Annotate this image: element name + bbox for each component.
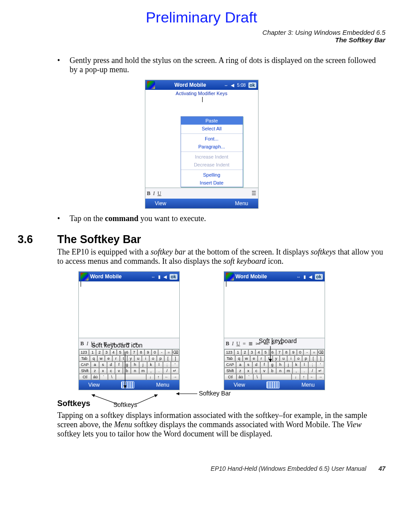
osk-key[interactable]: Ctl [79,374,92,380]
start-icon[interactable] [81,273,89,281]
osk-key[interactable]: áü [237,374,245,380]
osk-key[interactable]: s [99,362,107,368]
osk-key[interactable]: f [115,362,123,368]
osk-key[interactable]: 3 [248,349,255,355]
osk-key[interactable]: , [292,368,300,374]
osk-key[interactable]: Tab [224,355,236,362]
osk-key[interactable]: m [139,368,147,374]
menu-item-insert-date[interactable]: Insert Date [181,179,243,187]
osk-key[interactable] [116,374,146,380]
osk-key[interactable]: ↑ [155,374,163,380]
osk-key[interactable]: e [250,355,258,362]
ok-button[interactable]: ok [248,82,256,88]
osk-key[interactable]: 0 [152,349,159,355]
osk-key[interactable]: 0 [297,349,304,355]
osk-key[interactable]: t [265,355,273,362]
soft-keyboard[interactable]: 1231234567890-=⌫ Tabqwertyuiop[] CAPasdf… [79,349,179,380]
osk-key[interactable]: c [252,368,260,374]
volume-icon[interactable]: ◀ [231,83,234,88]
osk-key[interactable]: 2 [241,349,248,355]
osk-key[interactable]: 4 [110,349,117,355]
osk-key[interactable]: r [112,355,120,362]
osk-key[interactable]: d [107,362,115,368]
osk-key[interactable]: l [155,362,163,368]
bold-button[interactable]: B [147,190,151,197]
osk-key[interactable]: = [165,349,172,355]
osk-key[interactable]: ] [317,355,325,362]
osk-key[interactable]: Shift [224,368,237,374]
start-icon[interactable] [226,273,234,281]
osk-key[interactable]: p [157,355,164,362]
osk-key[interactable]: o [149,355,157,362]
menu-item-font[interactable]: Font... [181,135,243,143]
osk-key[interactable]: \ [108,374,116,380]
osk-key[interactable]: 6 [124,349,131,355]
align-icon[interactable]: ≡ [243,340,246,347]
osk-key[interactable]: n [131,368,139,374]
osk-key[interactable]: a [236,362,244,368]
osk-key[interactable]: j [285,362,292,368]
osk-key[interactable]: q [90,355,97,362]
menu-softkey[interactable]: Menu [301,382,314,388]
osk-key[interactable]: b [268,368,276,374]
signal-icon[interactable]: ▮ [303,274,306,279]
osk-key[interactable]: ; [163,362,171,368]
osk-key[interactable]: Shift [79,368,91,374]
italic-button[interactable]: I [232,340,234,347]
bold-button[interactable]: B [226,340,229,347]
osk-key[interactable]: v [115,368,123,374]
osk-key[interactable]: 5 [117,349,124,355]
osk-key[interactable]: z [236,368,244,374]
osk-key[interactable]: ↵ [171,368,179,374]
osk-key[interactable]: y [127,355,135,362]
osk-key[interactable]: 7 [276,349,283,355]
menu-softkey[interactable]: Menu [156,382,169,388]
osk-key[interactable]: k [292,362,300,368]
osk-key[interactable]: y [273,355,280,362]
view-softkey[interactable]: View [89,382,100,388]
osk-key[interactable]: 123 [79,349,89,355]
osk-key[interactable]: 7 [131,349,138,355]
ok-button[interactable]: ok [315,274,323,280]
osk-key[interactable]: [ [310,355,317,362]
osk-key[interactable]: . [300,368,308,374]
osk-key[interactable]: áü [91,374,100,380]
osk-key[interactable]: - [158,349,165,355]
osk-key[interactable]: x [244,368,252,374]
osk-key[interactable]: r [258,355,265,362]
osk-key[interactable]: v [260,368,268,374]
osk-key[interactable]: g [123,362,131,368]
osk-key[interactable]: 9 [144,349,152,355]
osk-key[interactable]: u [280,355,287,362]
osk-key[interactable]: j [139,362,147,368]
volume-icon[interactable]: ◀ [163,274,167,279]
osk-key[interactable]: k [147,362,155,368]
osk-key[interactable]: q [235,355,243,362]
osk-key[interactable]: m [285,368,292,374]
osk-key[interactable]: h [276,362,284,368]
menu-item-paragraph[interactable]: Paragraph... [181,143,243,151]
osk-key[interactable]: / [308,368,316,374]
osk-key[interactable]: ; [308,362,316,368]
osk-key[interactable]: . [155,368,163,374]
osk-key[interactable]: ' [316,362,324,368]
osk-key[interactable]: x [99,368,107,374]
osk-key[interactable]: → [171,374,179,380]
osk-key[interactable]: → [316,374,325,380]
osk-key[interactable]: o [295,355,302,362]
osk-key[interactable] [261,374,292,380]
osk-key[interactable]: 3 [103,349,110,355]
osk-key[interactable]: 4 [255,349,263,355]
soft-keyboard-icon[interactable] [266,381,280,388]
osk-key[interactable]: [ [164,355,172,362]
menu-softkey[interactable]: Menu [235,200,248,207]
osk-key[interactable]: ` [100,374,108,380]
osk-key[interactable]: 8 [137,349,144,355]
osk-key[interactable]: / [163,368,171,374]
osk-key[interactable]: 1 [234,349,241,355]
soft-keyboard-icon[interactable] [121,381,134,388]
list-icon[interactable]: ☰ [251,190,256,197]
osk-key[interactable]: b [123,368,131,374]
osk-key[interactable]: CAP [79,362,91,368]
osk-key[interactable]: i [142,355,149,362]
